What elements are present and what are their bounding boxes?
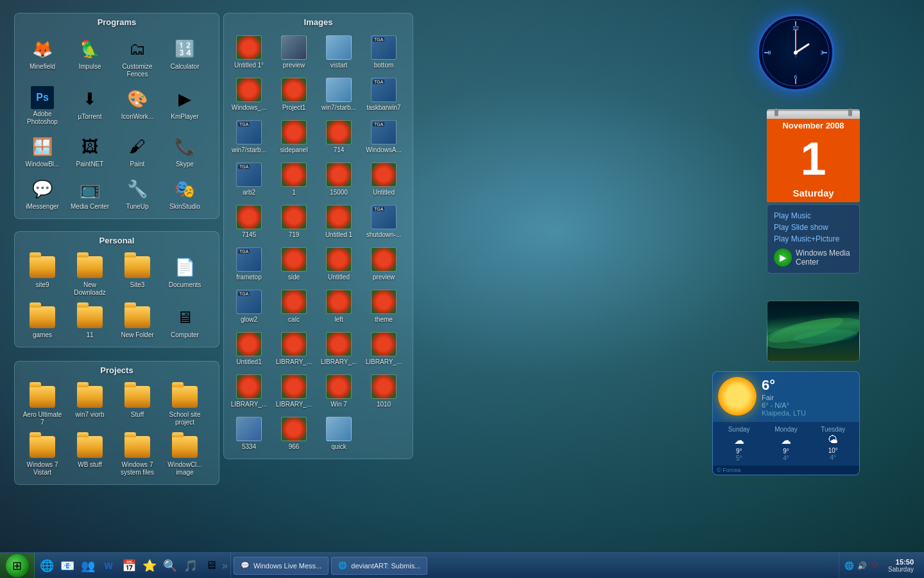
img-library4[interactable]: LIBRARY_... (228, 371, 270, 411)
folder-win7vistart[interactable]: Windows 7 Vistart (20, 432, 65, 479)
img-untitled1-r8[interactable]: Untitled1 (228, 329, 270, 369)
img-theme[interactable]: theme (363, 286, 405, 326)
tb-email-icon[interactable]: 📧 (58, 556, 77, 575)
img-714[interactable]: 714 (318, 117, 360, 157)
folder-aero[interactable]: Aero Ultimate 7 (20, 381, 65, 429)
folder-new-downloadz[interactable]: New Downloadz (67, 252, 112, 299)
folder-new[interactable]: New Folder (115, 302, 160, 342)
fence-programs: Programs 🦊 Minefield 🦜 Impulse 🗂 Customi… (14, 13, 219, 219)
img-15000[interactable]: 15000 (318, 159, 360, 199)
app-minefield[interactable]: 🦊 Minefield (20, 33, 65, 81)
folder-site9[interactable]: site9 (20, 252, 65, 299)
app-calculator[interactable]: 🔢 Calculator (162, 33, 207, 81)
tb-screen-icon[interactable]: 🖥 (201, 556, 221, 575)
app-customize-fences[interactable]: 🗂 Customize Fences (115, 33, 160, 81)
app-windowblinds[interactable]: 🪟 WindowBl... (20, 131, 65, 171)
img-quick[interactable]: quick (318, 414, 360, 453)
tb-media-icon[interactable]: 🎵 (181, 556, 200, 575)
clock-widget: 12 6 9 3 (757, 14, 841, 98)
computer-label: Computer (171, 331, 199, 339)
app-paint[interactable]: 🖌 Paint (115, 131, 160, 171)
img1010-icon (371, 374, 397, 399)
tray-antivirus-icon[interactable]: 🛡 (870, 561, 880, 571)
win7starb1-icon (326, 77, 352, 103)
start-button[interactable]: ⊞ (0, 553, 35, 579)
folder-stuff[interactable]: Stuff (115, 381, 160, 429)
img-project1[interactable]: Project1 (273, 74, 315, 114)
img-calc[interactable]: calc (273, 286, 315, 326)
app-skinstudio[interactable]: 🎭 SkinStudio (162, 173, 207, 213)
img-library1[interactable]: LIBRARY_... (273, 329, 315, 369)
fence-images-title: Images (224, 13, 413, 30)
img-win7[interactable]: Win 7 (318, 371, 360, 411)
file-computer[interactable]: 🖥 Computer (162, 302, 207, 342)
tb-ie-icon[interactable]: 🌐 (37, 556, 56, 575)
img-shutdown[interactable]: shutdown-... (363, 202, 405, 241)
taskbar-clock[interactable]: 15:50 Saturday (883, 558, 919, 573)
img-7145[interactable]: 7145 (228, 202, 270, 241)
app-iconworks[interactable]: 🎨 IconWork... (115, 83, 160, 128)
tb-star-icon[interactable]: ⭐ (140, 556, 159, 575)
img-taskbarwin7[interactable]: taskbarwin7 (363, 74, 405, 114)
win7-icon (326, 374, 352, 399)
tray-volume-icon[interactable]: 🔊 (857, 561, 868, 571)
tb-search-icon[interactable]: 🔍 (160, 556, 180, 575)
monday-icon: ☁ (764, 434, 808, 446)
folder-win7viorb[interactable]: win7 viorb (67, 381, 112, 429)
img-win7starb1[interactable]: win7/starb... (318, 74, 360, 114)
app-kmplayer[interactable]: ▶ KmPlayer (162, 83, 207, 128)
img-windowsa[interactable]: WindowsA... (363, 117, 405, 157)
img-5334[interactable]: 5334 (228, 414, 270, 453)
img-left[interactable]: left (318, 286, 360, 326)
img-untitled1[interactable]: Untitled 1° (228, 32, 270, 72)
app-messenger[interactable]: 💬 iMessenger (20, 173, 65, 213)
folder-games[interactable]: games (20, 302, 65, 342)
app-impulse[interactable]: 🦜 Impulse (67, 33, 112, 81)
tb-window-deviantart[interactable]: 🌐 deviantART: Submis... (331, 557, 427, 575)
file-documents[interactable]: 📄 Documents (162, 252, 207, 299)
img-vistart[interactable]: vistart (318, 32, 360, 72)
img-library3[interactable]: LIBRARY_... (363, 329, 405, 369)
img-sidepanel[interactable]: sidepanel (273, 117, 315, 157)
app-utorrent[interactable]: ⬇ µTorrent (67, 83, 112, 128)
play-music-link[interactable]: Play Music (774, 211, 853, 220)
tray-network-icon[interactable]: 🌐 (844, 561, 855, 571)
app-photoshop[interactable]: Ps Adobe Photoshop (20, 83, 65, 128)
app-media-center[interactable]: 📺 Media Center (67, 173, 112, 213)
tb-users-icon[interactable]: 👥 (78, 556, 98, 575)
img-untitled1-r5[interactable]: Untitled 1 (318, 202, 360, 241)
img-719[interactable]: 719 (273, 202, 315, 241)
folder-site3[interactable]: Site3 (115, 252, 160, 299)
folder-11[interactable]: 11 (67, 302, 112, 342)
img-preview1[interactable]: preview (273, 32, 315, 72)
img-untitled-r6[interactable]: Untitled (318, 244, 360, 284)
folder-wbstuff[interactable]: WB stuff (67, 432, 112, 479)
img-1[interactable]: 1 (273, 159, 315, 199)
library2-label: LIBRARY_... (321, 358, 357, 366)
img-win7starb2[interactable]: win7/starb... (228, 117, 270, 157)
folder-win7sysfiles[interactable]: Windows 7 system files (115, 432, 160, 479)
img-frametop[interactable]: frametop (228, 244, 270, 284)
play-music-picture-link[interactable]: Play Music+Picture (774, 234, 853, 243)
app-skype[interactable]: 📞 Skype (162, 131, 207, 171)
play-slideshow-link[interactable]: Play Slide show (774, 223, 853, 232)
img-windows[interactable]: Windows_... (228, 74, 270, 114)
img-library5[interactable]: LIBRARY_... (273, 371, 315, 411)
documents-label: Documents (169, 281, 201, 289)
img-966[interactable]: 966 (273, 414, 315, 453)
folder-windowcl[interactable]: WindowCl... image (162, 432, 207, 479)
img-glow2[interactable]: glow2 (228, 286, 270, 326)
img-untitled-r4[interactable]: Untitled (363, 159, 405, 199)
img-arb2[interactable]: arb2 (228, 159, 270, 199)
app-tuneup[interactable]: 🔧 TuneUp (115, 173, 160, 213)
folder-school[interactable]: School site project (162, 381, 207, 429)
img-1010[interactable]: 1010 (363, 371, 405, 411)
img-side[interactable]: side (273, 244, 315, 284)
app-paintnet[interactable]: 🖼 PaintNET (67, 131, 112, 171)
img-preview-r6[interactable]: preview (363, 244, 405, 284)
img-bottom[interactable]: bottom (363, 32, 405, 72)
tb-outlook-icon[interactable]: 📅 (119, 556, 139, 575)
tb-word-icon[interactable]: W (99, 556, 118, 575)
img-library2[interactable]: LIBRARY_... (318, 329, 360, 369)
tb-window-messenger[interactable]: 💬 Windows Live Mess... (234, 557, 329, 575)
